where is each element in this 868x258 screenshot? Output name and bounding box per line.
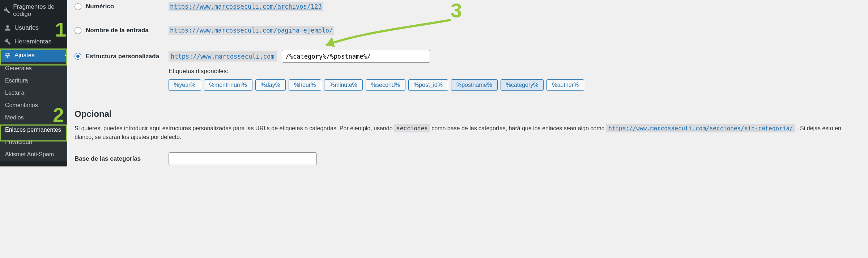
settings-content: Numérico https://www.marcosseculi.com/ar…: [67, 0, 868, 166]
tag-postid[interactable]: %post_id%: [408, 79, 448, 91]
admin-sidebar: Fragmentos de código Usuarios Herramient…: [0, 0, 67, 166]
submenu-item-general[interactable]: Generales: [0, 62, 67, 75]
submenu-item-reading[interactable]: Lectura: [0, 87, 67, 99]
submenu-item-privacy[interactable]: Privacidad: [0, 136, 67, 148]
base-url: https://www.marcosseculi.com: [169, 51, 277, 62]
plug-icon: [4, 7, 10, 14]
sidebar-item-label: Herramientas: [14, 38, 51, 45]
category-base-input[interactable]: [169, 152, 317, 165]
sliders-icon: [4, 52, 12, 59]
tag-monthnum[interactable]: %monthnum%: [204, 79, 252, 91]
example-url: https://www.marcosseculi.com/pagina-ejem…: [169, 26, 334, 35]
radio-icon[interactable]: [75, 27, 81, 34]
sidebar-item-label: Fragmentos de código: [13, 3, 64, 18]
radio-label: Estructura personalizada: [86, 53, 159, 60]
wrench-icon: [4, 38, 12, 45]
permalink-option-numeric[interactable]: Numérico https://www.marcosseculi.com/ar…: [75, 2, 861, 11]
tag-postname[interactable]: %postname%: [451, 79, 498, 91]
submenu-item-permalinks[interactable]: Enlaces permanentes: [0, 124, 67, 136]
optional-text-1: Si quieres, puedes introducir aquí estru…: [75, 125, 394, 131]
category-base-label: Base de las categorías: [75, 155, 169, 162]
settings-submenu: Generales Escritura Lectura Comentarios …: [0, 62, 67, 161]
tag-year[interactable]: %year%: [169, 79, 201, 91]
optional-heading: Opcional: [75, 109, 861, 119]
sidebar-item-snippets[interactable]: Fragmentos de código: [0, 0, 67, 21]
tag-second[interactable]: %second%: [366, 79, 405, 91]
sidebar-item-users[interactable]: Usuarios: [0, 21, 67, 35]
tag-category[interactable]: %category%: [501, 79, 544, 91]
inline-example-link: https://www.marcosseculi.com/secciones/s…: [606, 124, 795, 132]
optional-text-2: como base de las categorías, hará que lo…: [431, 125, 606, 131]
tag-day[interactable]: %day%: [255, 79, 286, 91]
sidebar-item-label: Ajustes: [14, 52, 35, 59]
radio-icon[interactable]: [75, 3, 81, 10]
submenu-item-media[interactable]: Medios: [0, 111, 67, 124]
tag-author[interactable]: %author%: [546, 79, 584, 91]
optional-description: Si quieres, puedes introducir aquí estru…: [75, 124, 861, 141]
example-url: https://www.marcosseculi.com/archivos/12…: [169, 2, 323, 11]
custom-structure-input[interactable]: [282, 50, 430, 63]
radio-icon[interactable]: [75, 53, 81, 60]
sidebar-item-tools[interactable]: Herramientas: [0, 35, 67, 48]
sidebar-item-label: Usuarios: [14, 24, 39, 31]
submenu-item-discussion[interactable]: Comentarios: [0, 99, 67, 111]
radio-label: Numérico: [86, 3, 114, 10]
inline-code-secciones: secciones: [394, 124, 430, 132]
sidebar-item-settings[interactable]: Ajustes: [0, 48, 67, 62]
permalink-option-postname[interactable]: Nombre de la entrada https://www.marcoss…: [75, 26, 861, 35]
radio-label: Nombre de la entrada: [86, 27, 149, 34]
available-tags-label: Etiquetas disponibles:: [169, 68, 861, 75]
tag-minute[interactable]: %minute%: [324, 79, 362, 91]
permalink-option-custom[interactable]: Estructura personalizada https://www.mar…: [75, 50, 861, 63]
submenu-item-writing[interactable]: Escritura: [0, 75, 67, 87]
submenu-item-akismet[interactable]: Akismet Anti-Spam: [0, 148, 67, 161]
user-icon: [4, 25, 12, 31]
available-tags: %year% %monthnum% %day% %hour% %minute% …: [169, 79, 861, 91]
tag-hour[interactable]: %hour%: [289, 79, 321, 91]
